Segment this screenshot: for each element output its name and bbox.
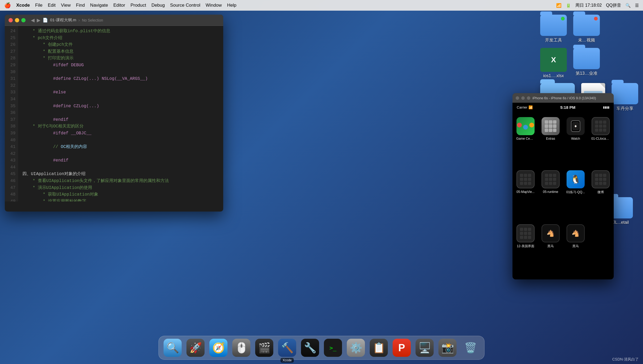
sim-maximize[interactable]: [527, 96, 530, 100]
menu-editor[interactable]: Editor: [113, 3, 125, 8]
desktop-icon-label: 未…视频: [578, 38, 595, 43]
maximize-button[interactable]: [21, 18, 26, 22]
dock-icon-finalcut[interactable]: 🎬: [255, 339, 273, 357]
app-icon-qq[interactable]: 🐧 01练习-QQ...: [565, 170, 586, 220]
code-line-33: #else: [22, 89, 219, 96]
xcode-icon: 🔨: [281, 342, 294, 354]
app-label: 05-MapVie...: [516, 190, 535, 194]
desktop-icon-label: 第13…业准: [576, 71, 597, 76]
menu-navigate[interactable]: Navigate: [90, 3, 108, 8]
app-icon-12-usa[interactable]: 12-美国界面: [515, 224, 536, 274]
app-icon-weibo[interactable]: 微博: [590, 170, 611, 220]
app-icon-game-center[interactable]: Game Center: [515, 117, 536, 166]
app-icon-05-mapview[interactable]: 05-MapVie...: [515, 170, 536, 220]
code-line-34: [22, 96, 219, 103]
menubar: 🍎 Xcode File Edit View Find Navigate Edi…: [0, 0, 643, 11]
code-line-48: * 获取UIApplication对象: [22, 191, 219, 198]
app-icon-heima-1[interactable]: 🐴 黑马: [540, 224, 561, 274]
menu-help[interactable]: Help: [227, 3, 236, 8]
input-method[interactable]: QQ拼音: [606, 3, 621, 8]
code-line-30: [22, 69, 219, 76]
menu-product[interactable]: Product: [131, 3, 146, 8]
xcode-window: ◀ ▶ 📄 01-课程大纲.m › No Selection 242526272…: [5, 15, 223, 212]
menu-debug[interactable]: Debug: [151, 3, 165, 8]
desktop-icon-dev-tools[interactable]: 开发工具: [540, 15, 567, 43]
breadcrumb-separator: ›: [78, 18, 80, 23]
menu-view[interactable]: View: [61, 3, 71, 8]
dock-icon-mouse[interactable]: 🖱️: [232, 339, 250, 357]
code-line-28: * 打印宏的演示: [22, 55, 219, 62]
menu-source-control[interactable]: Source Control: [170, 3, 200, 8]
app-label: Extras: [546, 137, 555, 140]
desktop-icon-chedan[interactable]: 车丹分享: [612, 83, 638, 111]
desktop-icon-videos[interactable]: 未…视频: [573, 15, 600, 43]
code-line-29: #ifdef DEBUG: [22, 62, 219, 69]
code-line-26: * 创建pch文件: [22, 42, 219, 48]
app-label: 黑马: [547, 244, 554, 249]
desktop-icon-label: 车丹分享: [616, 106, 633, 111]
app-label: 12-美国界面: [517, 244, 534, 249]
csdn-text: CSDN·清风白了: [612, 357, 639, 361]
dock-icon-safari[interactable]: 🧭: [209, 339, 227, 357]
dock-icon-xcode[interactable]: 🔨 Xcode: [278, 339, 296, 357]
app-icon-extras[interactable]: Extras: [540, 117, 561, 166]
search-icon[interactable]: 🔍: [625, 3, 631, 8]
dock-icon-notes[interactable]: 📋: [370, 339, 388, 357]
dock-icon-launchpad[interactable]: 🚀: [186, 339, 205, 357]
sim-titlebar: iPhone 6s - iPhone 6s / iOS 9.0 (13A340): [512, 93, 614, 103]
dock-icon-instruments[interactable]: 🔧: [301, 339, 319, 357]
nav-back-icon[interactable]: ◀: [31, 17, 35, 23]
code-line-35: #define CZLog(...): [22, 103, 219, 110]
dock-icon-sysprefs[interactable]: ⚙️: [347, 339, 365, 357]
apple-menu[interactable]: 🍎: [4, 2, 11, 9]
menu-find[interactable]: Find: [76, 3, 85, 8]
carrier-label: Carrier: [517, 105, 527, 109]
traffic-lights: [9, 18, 26, 22]
desktop-icon-label: 开发工具: [545, 38, 562, 43]
dock-icon-display[interactable]: 🖥️: [416, 339, 434, 357]
code-line-24: * 通过代码去获取info.plist中的信息: [22, 28, 219, 35]
nav-forward-icon[interactable]: ▶: [37, 17, 40, 23]
close-button[interactable]: [9, 18, 13, 22]
menu-file[interactable]: File: [35, 3, 42, 8]
dock-icon-terminal[interactable]: >_: [324, 339, 342, 357]
dock-icon-screenshot[interactable]: 📸: [438, 339, 457, 357]
wifi-status-icon: 📶: [556, 3, 561, 8]
code-line-46: * 查看UIApplication头文件，了解应用对象里面的常用的属性和方法: [22, 178, 219, 185]
app-icon-watch[interactable]: ⌚ Watch: [565, 117, 586, 166]
no-selection-label: No Selection: [82, 18, 103, 22]
sim-close[interactable]: [516, 96, 519, 100]
iphone-simulator: iPhone 6s - iPhone 6s / iOS 9.0 (13A340)…: [512, 93, 614, 279]
minimize-button[interactable]: [15, 18, 19, 22]
code-editor[interactable]: 2425262728 2930313233 3435363738 3940414…: [5, 26, 223, 201]
code-line-47: * 演示UIApplication的使用: [22, 185, 219, 192]
code-line-39: #ifdef __OBJC__: [22, 130, 219, 137]
code-line-49: * 设置应用图标的数字: [22, 198, 219, 201]
line-numbers: 2425262728 2930313233 3435363738 3940414…: [5, 26, 18, 201]
app-icon-heima-2[interactable]: 🐴 黑马: [565, 224, 586, 274]
app-label: Game Center: [516, 137, 535, 140]
menu-edit[interactable]: Edit: [48, 3, 55, 8]
menubar-left: 🍎 Xcode File Edit View Find Navigate Edi…: [4, 2, 236, 9]
app-icon-05-runtime[interactable]: 05-runtime: [540, 170, 561, 220]
clock: 周日 17:18:02: [575, 3, 602, 8]
dock-icon-presentation[interactable]: P: [393, 339, 411, 357]
app-icon-01-cllocati[interactable]: 01-CLlocati...: [590, 117, 611, 166]
code-line-41: // OC相关的内容: [22, 144, 219, 151]
dock-icon-trash[interactable]: 🗑️: [461, 339, 479, 357]
dock-icon-finder[interactable]: 🔍: [164, 339, 182, 357]
desktop-icon-xlsx[interactable]: X ios1….xlsx: [540, 48, 567, 78]
desktop-icon-row-2: X ios1….xlsx 第13…业准: [540, 48, 638, 78]
desktop-icon-label: ios1….xlsx: [543, 73, 564, 78]
code-line-40: [22, 137, 219, 144]
control-center-icon[interactable]: ☰: [635, 3, 639, 8]
desktop-icon-13[interactable]: 第13…业准: [573, 48, 600, 76]
menu-window[interactable]: Window: [206, 3, 222, 8]
app-label: 黑马: [572, 244, 579, 249]
code-content[interactable]: * 通过代码去获取info.plist中的信息 * pch文件介绍 * 创建pc…: [18, 26, 223, 201]
xcode-titlebar: ◀ ▶ 📄 01-课程大纲.m › No Selection: [5, 15, 223, 26]
code-line-37: #endif: [22, 117, 219, 123]
menu-xcode[interactable]: Xcode: [16, 3, 30, 8]
code-line-27: * 配置基本信息: [22, 48, 219, 55]
sim-minimize[interactable]: [521, 96, 525, 100]
